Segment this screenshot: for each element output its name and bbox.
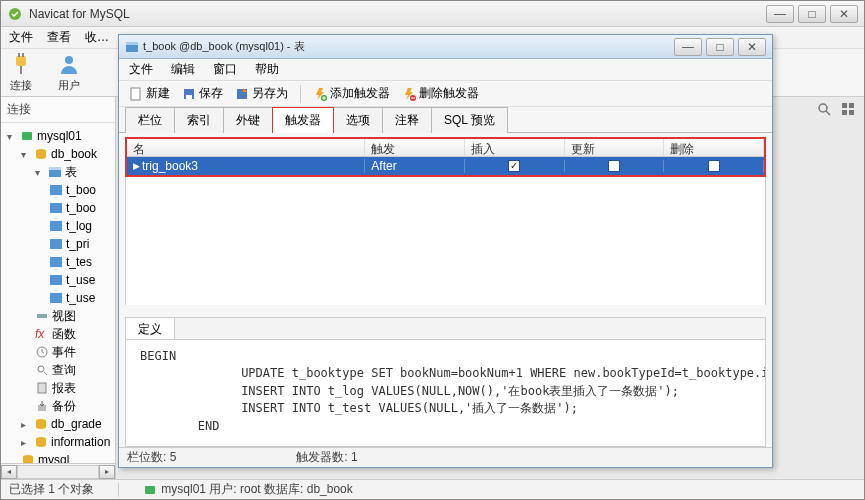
app-icon	[7, 6, 23, 22]
definition-tab[interactable]: 定义	[126, 318, 175, 339]
tree-backups[interactable]: 备份	[1, 397, 115, 415]
triggers-table: 名 触发 插入 更新 删除 ▶trig_book3 After ✓	[125, 137, 766, 177]
svg-rect-33	[126, 42, 138, 45]
col-name[interactable]: 名	[127, 139, 365, 157]
child-menu-window[interactable]: 窗口	[213, 61, 237, 78]
cell-delete[interactable]	[664, 160, 764, 172]
connection-icon	[143, 483, 157, 497]
checkbox-delete[interactable]	[708, 160, 720, 172]
child-menu-edit[interactable]: 编辑	[171, 61, 195, 78]
database-icon	[34, 417, 48, 431]
child-window: t_book @db_book (mysql01) - 表 — □ ✕ 文件 编…	[118, 34, 773, 468]
saveas-button[interactable]: 另存为	[231, 83, 292, 104]
tree-table-item[interactable]: t_pri	[1, 235, 115, 253]
cell-trigger[interactable]: After	[365, 159, 465, 173]
table-icon	[49, 201, 63, 215]
tree-reports[interactable]: 报表	[1, 379, 115, 397]
delete-trigger-button[interactable]: 删除触发器	[398, 83, 483, 104]
child-close-button[interactable]: ✕	[738, 38, 766, 56]
tab-sql-preview[interactable]: SQL 预览	[431, 107, 508, 133]
tree-table-item[interactable]: t_use	[1, 271, 115, 289]
cell-insert[interactable]: ✓	[465, 160, 565, 172]
tree-table-item[interactable]: t_use	[1, 289, 115, 307]
status-trigger-count: 触发器数: 1	[296, 449, 357, 466]
status-field-count: 栏位数: 5	[127, 449, 176, 466]
tree-events[interactable]: 事件	[1, 343, 115, 361]
tree-database[interactable]: ▸information	[1, 433, 115, 451]
cell-name[interactable]: ▶trig_book3	[127, 159, 365, 173]
table-row[interactable]: ▶trig_book3 After ✓	[127, 157, 764, 175]
menu-fav[interactable]: 收…	[85, 29, 109, 46]
delete-trigger-icon	[402, 87, 416, 101]
tree-views[interactable]: 视图	[1, 307, 115, 325]
table-icon	[49, 219, 63, 233]
toolbar-connect-button[interactable]: 连接	[9, 52, 33, 93]
col-trigger[interactable]: 触发	[365, 139, 465, 157]
child-maximize-button[interactable]: □	[706, 38, 734, 56]
tab-indexes[interactable]: 索引	[174, 107, 224, 133]
tree-functions[interactable]: fx函数	[1, 325, 115, 343]
svg-rect-13	[50, 239, 62, 249]
tab-options[interactable]: 选项	[333, 107, 383, 133]
menu-view[interactable]: 查看	[47, 29, 71, 46]
tab-fields[interactable]: 栏位	[125, 107, 175, 133]
tree-queries[interactable]: 查询	[1, 361, 115, 379]
sidebar-scrollbar[interactable]: ◂ ▸	[1, 463, 115, 479]
svg-rect-9	[49, 167, 61, 170]
tree-database[interactable]: ▸db_grade	[1, 415, 115, 433]
tree-database[interactable]: ▾db_book	[1, 145, 115, 163]
menu-file[interactable]: 文件	[9, 29, 33, 46]
database-icon	[34, 435, 48, 449]
tab-comment[interactable]: 注释	[382, 107, 432, 133]
tree-table-item[interactable]: t_log	[1, 217, 115, 235]
tree-tables-folder[interactable]: ▾表	[1, 163, 115, 181]
tree-table-item[interactable]: t_boo	[1, 181, 115, 199]
fx-icon: fx	[35, 327, 49, 341]
tab-triggers[interactable]: 触发器	[272, 107, 334, 133]
cell-update[interactable]	[565, 160, 665, 172]
child-toolbar: 新建 保存 另存为 添加触发器 删除触发器	[119, 81, 772, 107]
definition-panel: 定义 BEGIN UPDATE t_booktype SET bookNum=b…	[125, 317, 766, 447]
toolbar-connect-label: 连接	[10, 78, 32, 93]
main-close-button[interactable]: ✕	[830, 5, 858, 23]
col-insert[interactable]: 插入	[465, 139, 565, 157]
child-minimize-button[interactable]: —	[674, 38, 702, 56]
status-connection-info: mysql01 用户: root 数据库: db_book	[161, 481, 352, 498]
col-delete[interactable]: 删除	[664, 139, 764, 157]
add-trigger-button[interactable]: 添加触发器	[309, 83, 394, 104]
child-menu-help[interactable]: 帮助	[255, 61, 279, 78]
tree-database[interactable]: mysql	[1, 451, 115, 463]
tree-connection[interactable]: ▾mysql01	[1, 127, 115, 145]
views-icon	[35, 309, 49, 323]
col-update[interactable]: 更新	[565, 139, 665, 157]
new-button[interactable]: 新建	[125, 83, 174, 104]
grid-view-icon[interactable]	[840, 101, 856, 117]
table-header-row: 名 触发 插入 更新 删除	[127, 139, 764, 157]
svg-point-20	[38, 366, 44, 372]
main-maximize-button[interactable]: □	[798, 5, 826, 23]
table-icon	[49, 273, 63, 287]
scroll-left-button[interactable]: ◂	[1, 465, 17, 479]
tree-table-item[interactable]: t_tes	[1, 253, 115, 271]
saveas-icon	[235, 87, 249, 101]
svg-rect-15	[50, 275, 62, 285]
scroll-track[interactable]	[17, 465, 99, 479]
search-icon[interactable]	[816, 101, 832, 117]
definition-editor[interactable]: BEGIN UPDATE t_booktype SET bookNum=book…	[126, 340, 765, 446]
child-menu: 文件 编辑 窗口 帮助	[119, 59, 772, 81]
tree-table-item[interactable]: t_boo	[1, 199, 115, 217]
svg-rect-27	[842, 103, 847, 108]
save-button[interactable]: 保存	[178, 83, 227, 104]
svg-point-5	[65, 56, 73, 64]
scroll-right-button[interactable]: ▸	[99, 465, 115, 479]
svg-rect-6	[22, 132, 32, 140]
tab-fk[interactable]: 外键	[223, 107, 273, 133]
svg-rect-2	[18, 53, 20, 57]
table-icon	[49, 183, 63, 197]
table-icon	[49, 291, 63, 305]
child-menu-file[interactable]: 文件	[129, 61, 153, 78]
checkbox-insert[interactable]: ✓	[508, 160, 520, 172]
toolbar-user-button[interactable]: 用户	[57, 52, 81, 93]
checkbox-update[interactable]	[608, 160, 620, 172]
main-minimize-button[interactable]: —	[766, 5, 794, 23]
